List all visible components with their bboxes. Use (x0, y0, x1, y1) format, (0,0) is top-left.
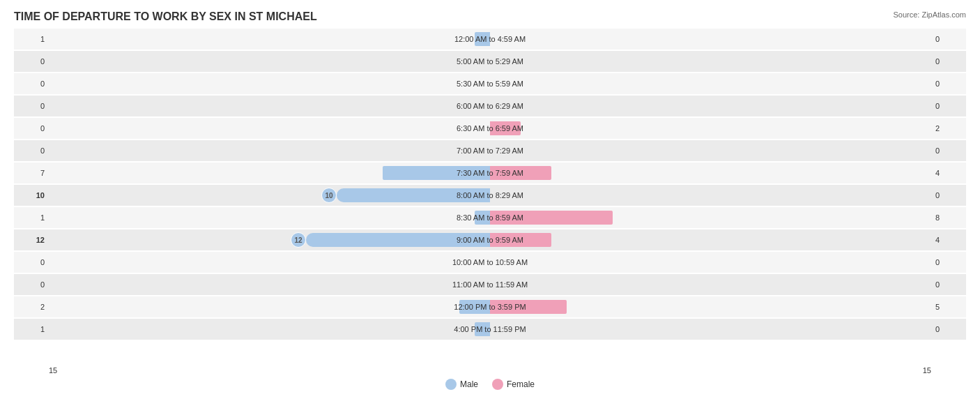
legend-female: Female (492, 379, 535, 390)
time-label: 4:00 PM to 11:59 PM (454, 325, 526, 333)
male-value: 0 (14, 258, 49, 266)
male-value: 7 (14, 169, 49, 177)
chart-row: 10108:00 AM to 8:29 AM0 (14, 185, 966, 206)
time-label: 5:00 AM to 5:29 AM (457, 57, 523, 66)
male-value: 0 (14, 80, 49, 88)
male-badge: 12 (291, 232, 306, 248)
female-legend-label: Female (507, 379, 535, 389)
chart-row: 112:00 AM to 4:59 AM0 (14, 29, 966, 50)
chart-row: 12129:00 AM to 9:59 AM4 (14, 229, 966, 250)
male-value: 12 (14, 236, 49, 244)
source-text: Source: ZipAtlas.com (893, 10, 966, 19)
time-label: 8:30 AM to 8:59 AM (457, 213, 523, 222)
male-value: 0 (14, 124, 49, 133)
female-value: 0 (931, 191, 966, 199)
chart-container: TIME OF DEPARTURE TO WORK BY SEX IN ST M… (0, 0, 980, 415)
bars-center: 5:00 AM to 5:29 AM (49, 51, 931, 72)
chart-row: 212:00 PM to 3:59 PM5 (14, 296, 966, 317)
bars-center: 7:30 AM to 7:59 AM (49, 163, 931, 183)
time-label: 10:00 AM to 10:59 AM (452, 258, 528, 266)
chart-row: 010:00 AM to 10:59 AM0 (14, 252, 966, 273)
time-label: 7:00 AM to 7:29 AM (457, 146, 523, 155)
female-value: 8 (931, 213, 966, 222)
time-label: 12:00 PM to 3:59 PM (454, 303, 526, 311)
male-value: 1 (14, 325, 49, 333)
time-label: 6:30 AM to 6:59 AM (457, 124, 523, 133)
bars-center: 6:30 AM to 6:59 AM (49, 118, 931, 139)
time-label: 9:00 AM to 9:59 AM (457, 236, 523, 244)
axis-min-right: 15 (923, 366, 931, 375)
time-label: 8:00 AM to 8:29 AM (457, 191, 523, 199)
female-value: 0 (931, 146, 966, 155)
chart-row: 07:00 AM to 7:29 AM0 (14, 140, 966, 161)
male-value: 0 (14, 102, 49, 110)
time-label: 7:30 AM to 7:59 AM (457, 169, 523, 177)
female-value: 2 (931, 124, 966, 133)
chart-row: 011:00 AM to 11:59 AM0 (14, 274, 966, 295)
male-value: 1 (14, 213, 49, 222)
chart-row: 06:00 AM to 6:29 AM0 (14, 96, 966, 116)
bars-center: 6:00 AM to 6:29 AM (49, 96, 931, 116)
bars-center: 10:00 AM to 10:59 AM (49, 252, 931, 273)
female-value: 0 (931, 258, 966, 266)
chart-row: 05:30 AM to 5:59 AM0 (14, 73, 966, 94)
female-value: 0 (931, 102, 966, 110)
chart-area: 112:00 AM to 4:59 AM005:00 AM to 5:29 AM… (14, 29, 966, 363)
female-value: 0 (931, 35, 966, 43)
time-label: 11:00 AM to 11:59 AM (452, 280, 528, 289)
male-value: 0 (14, 280, 49, 289)
bars-center: 12:00 AM to 4:59 AM (49, 29, 931, 50)
male-value: 0 (14, 57, 49, 66)
bars-center: 12:00 PM to 3:59 PM (49, 296, 931, 317)
female-value: 4 (931, 236, 966, 244)
female-legend-icon (492, 379, 503, 390)
male-value: 1 (14, 35, 49, 43)
male-legend-label: Male (460, 379, 478, 389)
female-value: 5 (931, 303, 966, 311)
bars-center: 4:00 PM to 11:59 PM (49, 319, 931, 340)
female-value: 0 (931, 325, 966, 333)
axis-labels: 15 15 (14, 366, 966, 375)
bars-center: 129:00 AM to 9:59 AM (49, 229, 931, 250)
female-value: 0 (931, 80, 966, 88)
chart-row: 77:30 AM to 7:59 AM4 (14, 163, 966, 183)
chart-title: TIME OF DEPARTURE TO WORK BY SEX IN ST M… (14, 10, 966, 23)
chart-row: 14:00 PM to 11:59 PM0 (14, 319, 966, 340)
time-label: 5:30 AM to 5:59 AM (457, 80, 523, 88)
legend-male: Male (445, 379, 478, 390)
time-label: 6:00 AM to 6:29 AM (457, 102, 523, 110)
bars-center: 5:30 AM to 5:59 AM (49, 73, 931, 94)
chart-row: 05:00 AM to 5:29 AM0 (14, 51, 966, 72)
male-value: 2 (14, 303, 49, 311)
male-legend-icon (445, 379, 457, 390)
bars-center: 108:00 AM to 8:29 AM (49, 185, 931, 206)
male-value: 10 (14, 191, 49, 199)
female-value: 0 (931, 57, 966, 66)
male-value: 0 (14, 146, 49, 155)
axis-min-left: 15 (49, 366, 57, 375)
bars-center: 11:00 AM to 11:59 AM (49, 274, 931, 295)
legend: Male Female (14, 379, 966, 390)
chart-row: 18:30 AM to 8:59 AM8 (14, 207, 966, 228)
male-badge: 10 (321, 188, 337, 203)
female-value: 0 (931, 280, 966, 289)
time-label: 12:00 AM to 4:59 AM (454, 35, 526, 43)
chart-row: 06:30 AM to 6:59 AM2 (14, 118, 966, 139)
bars-center: 7:00 AM to 7:29 AM (49, 140, 931, 161)
bars-center: 8:30 AM to 8:59 AM (49, 207, 931, 228)
female-value: 4 (931, 169, 966, 177)
